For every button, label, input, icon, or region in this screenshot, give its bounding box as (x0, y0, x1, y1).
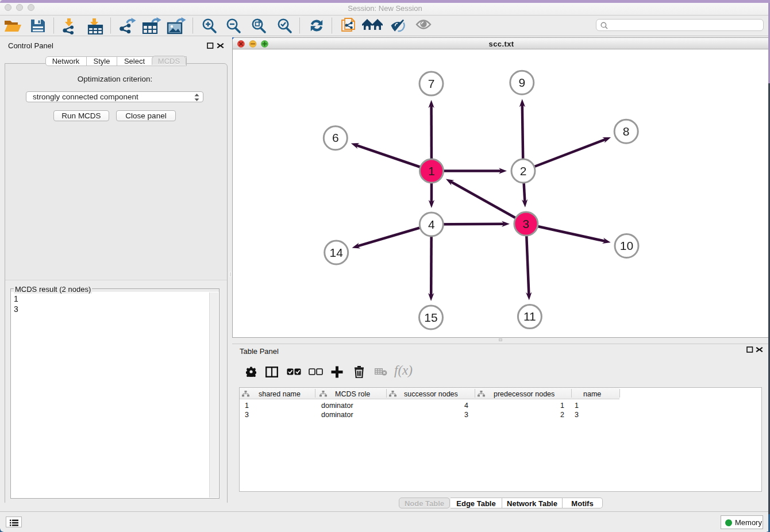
svg-text:14: 14 (330, 246, 344, 259)
svg-text:10: 10 (620, 239, 633, 252)
svg-text:7: 7 (428, 77, 435, 90)
svg-text:15: 15 (424, 311, 437, 324)
svg-text:4: 4 (428, 218, 435, 231)
svg-text:2: 2 (520, 164, 527, 178)
svg-text:1: 1 (428, 164, 435, 178)
svg-text:6: 6 (332, 131, 339, 144)
svg-text:3: 3 (523, 217, 530, 230)
svg-text:9: 9 (518, 76, 525, 89)
svg-text:8: 8 (623, 125, 630, 138)
svg-text:11: 11 (523, 310, 536, 323)
